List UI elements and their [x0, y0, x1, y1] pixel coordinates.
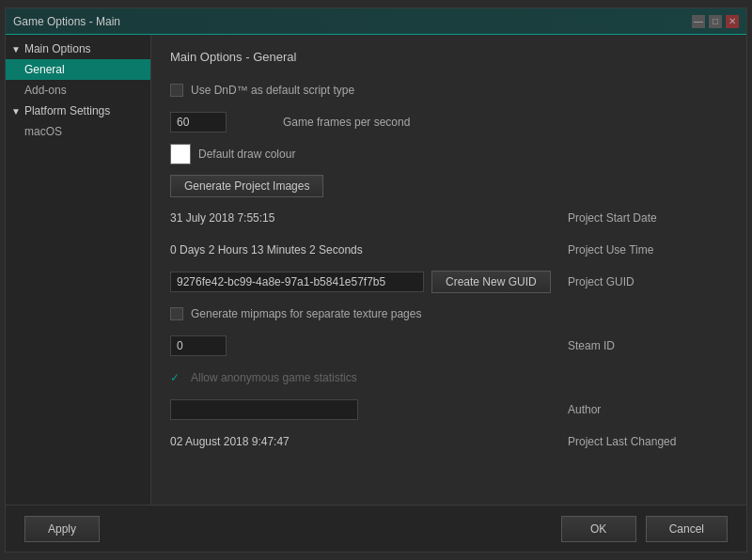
footer-left: Apply [24, 516, 100, 542]
generate-images-button[interactable]: Generate Project Images [170, 175, 323, 197]
mipmaps-row: Generate mipmaps for separate texture pa… [170, 303, 728, 325]
anon-stats-wrapper: ✓ Allow anonymous game statistics [170, 371, 357, 384]
last-changed-row-left: 02 August 2018 9:47:47 [170, 435, 558, 448]
last-changed-right-label: Project Last Changed [558, 435, 728, 448]
mipmaps-checkbox[interactable] [170, 307, 183, 320]
steam-id-right-label: Steam ID [558, 339, 728, 352]
main-window: Game Options - Main — □ ✕ ▼ Main Options… [5, 8, 747, 552]
sidebar-item-addons-label: Add-ons [24, 84, 67, 97]
fps-label: Game frames per second [283, 116, 410, 129]
use-time-value: 0 Days 2 Hours 13 Minutes 2 Seconds [170, 243, 363, 257]
minimize-button[interactable]: — [692, 15, 705, 28]
guid-input[interactable] [170, 272, 424, 292]
title-bar: Game Options - Main — □ ✕ [6, 8, 746, 35]
anon-stats-label: Allow anonymous game statistics [191, 371, 357, 384]
main-content: ▼ Main Options General Add-ons ▼ Platfor… [6, 35, 746, 505]
mipmaps-checkbox-wrapper: Generate mipmaps for separate texture pa… [170, 307, 421, 320]
guid-right-label: Project GUID [558, 275, 728, 288]
use-time-row: 0 Days 2 Hours 13 Minutes 2 Seconds Proj… [170, 239, 728, 261]
content-title: Main Options - General [170, 50, 728, 64]
sidebar-item-macos-label: macOS [24, 125, 62, 138]
close-button[interactable]: ✕ [726, 15, 739, 28]
draw-colour-row-left: Default draw colour [170, 144, 558, 164]
anon-stats-check-icon: ✓ [170, 371, 180, 384]
guid-row: Create New GUID Project GUID [170, 271, 728, 293]
guid-input-group: Create New GUID [170, 271, 551, 293]
author-input[interactable] [170, 399, 358, 420]
steam-id-row: Steam ID [170, 334, 728, 357]
sidebar-section-main-options-label: Main Options [24, 42, 91, 55]
content-area: Main Options - General Use DnD™ as defau… [151, 35, 746, 505]
sidebar-item-general[interactable]: General [6, 59, 150, 80]
fps-row-left: Game frames per second [170, 112, 558, 132]
author-row-left [170, 399, 558, 420]
expand-arrow-platform-icon: ▼ [11, 106, 21, 117]
window-controls: — □ ✕ [692, 15, 739, 28]
draw-colour-row: Default draw colour [170, 143, 728, 165]
start-date-right-label: Project Start Date [558, 211, 728, 225]
guid-row-left: Create New GUID [170, 271, 558, 293]
start-date-row-left: 31 July 2018 7:55:15 [170, 211, 558, 225]
start-date-value: 31 July 2018 7:55:15 [170, 211, 274, 225]
create-guid-button[interactable]: Create New GUID [431, 271, 551, 293]
anon-stats-row: ✓ Allow anonymous game statistics [170, 366, 728, 389]
sidebar-item-macos[interactable]: macOS [6, 121, 150, 142]
sidebar-item-general-label: General [24, 63, 65, 76]
last-changed-value: 02 August 2018 9:47:47 [170, 435, 290, 448]
start-date-row: 31 July 2018 7:55:15 Project Start Date [170, 207, 728, 229]
dnd-checkbox-wrapper: Use DnD™ as default script type [170, 84, 354, 97]
fps-input[interactable] [170, 112, 227, 132]
window-title: Game Options - Main [13, 15, 120, 28]
expand-arrow-icon: ▼ [11, 44, 21, 54]
footer: Apply OK Cancel [6, 505, 746, 552]
generate-images-row-left: Generate Project Images [170, 175, 558, 197]
sidebar-section-platform-settings-label: Platform Settings [24, 104, 110, 117]
draw-colour-label: Default draw colour [198, 148, 295, 161]
dnd-label: Use DnD™ as default script type [191, 84, 354, 97]
anon-stats-row-left: ✓ Allow anonymous game statistics [170, 371, 558, 384]
last-changed-row: 02 August 2018 9:47:47 Project Last Chan… [170, 430, 728, 453]
maximize-button[interactable]: □ [709, 15, 722, 28]
mipmaps-label: Generate mipmaps for separate texture pa… [191, 307, 421, 320]
fps-row: Game frames per second [170, 111, 728, 133]
footer-right: OK Cancel [561, 516, 728, 542]
steam-id-input[interactable] [170, 335, 227, 356]
apply-button[interactable]: Apply [24, 516, 100, 542]
dnd-row: Use DnD™ as default script type [170, 79, 728, 101]
sidebar-item-addons[interactable]: Add-ons [6, 80, 150, 101]
sidebar-section-main-options[interactable]: ▼ Main Options [6, 39, 150, 59]
ok-button[interactable]: OK [561, 516, 636, 542]
author-row: Author [170, 398, 728, 421]
dnd-row-left: Use DnD™ as default script type [170, 84, 558, 97]
sidebar: ▼ Main Options General Add-ons ▼ Platfor… [6, 35, 151, 505]
mipmaps-row-left: Generate mipmaps for separate texture pa… [170, 307, 558, 320]
cancel-button[interactable]: Cancel [646, 516, 728, 542]
sidebar-section-platform-settings[interactable]: ▼ Platform Settings [6, 101, 150, 121]
generate-images-row: Generate Project Images [170, 175, 728, 197]
use-time-row-left: 0 Days 2 Hours 13 Minutes 2 Seconds [170, 243, 558, 257]
dnd-checkbox[interactable] [170, 84, 183, 97]
author-right-label: Author [558, 403, 728, 416]
colour-picker[interactable] [170, 144, 191, 164]
steam-id-row-left [170, 335, 558, 356]
use-time-right-label: Project Use Time [558, 243, 728, 257]
